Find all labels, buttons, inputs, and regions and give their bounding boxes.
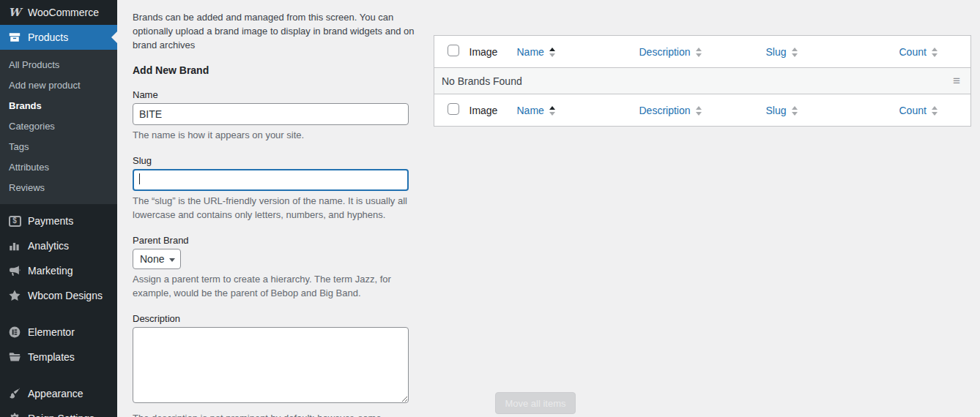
select-all-checkbox[interactable] [448,103,459,115]
megaphone-icon [7,263,22,278]
sidebar-item-label: Templates [28,351,75,363]
name-help: The name is how it appears on your site. [133,128,409,142]
sort-icons [696,106,702,116]
menu-separator [0,369,117,381]
sidebar-item-brands[interactable]: Brands [0,96,117,116]
column-footer-image: Image [469,105,498,116]
empty-message: No Brands Found [442,75,522,87]
selected-option: None [140,253,164,265]
sidebar-item-templates[interactable]: Templates [0,345,117,369]
sidebar-item-add-new-product[interactable]: Add new product [0,75,117,96]
column-footer-name[interactable]: Name [510,94,632,127]
parent-brand-label: Parent Brand [133,234,409,247]
slug-label: Slug [133,154,409,167]
sidebar-item-analytics[interactable]: Analytics [0,233,117,258]
brand-description-textarea[interactable] [133,327,409,403]
sidebar-item-label: Payments [28,215,73,227]
sidebar-item-label: Wbcom Designs [28,290,103,301]
sort-icons [549,106,555,116]
column-header-name[interactable]: Name [510,36,632,68]
sidebar-item-elementor[interactable]: Elementor [0,320,117,345]
sort-icons [549,48,555,57]
table-footer-row: Image Name Description Slug Count [434,94,971,127]
add-brand-form: Brands can be added and managed from thi… [133,0,409,417]
parent-brand-select[interactable]: None [133,249,181,269]
name-label: Name [133,89,409,101]
parent-help: Assign a parent term to create a hierarc… [133,272,409,300]
sort-icons [792,48,798,57]
gear-icon [7,411,22,417]
column-header-image: Image [469,46,498,58]
sidebar-item-appearance[interactable]: Appearance [0,381,117,406]
woocommerce-logo-icon: W [7,5,22,20]
sidebar-item-categories[interactable]: Categories [0,116,117,137]
sidebar-item-marketing[interactable]: Marketing [0,258,117,283]
admin-sidebar: W WooCommerce Products All Products Add … [0,0,117,417]
column-header-description[interactable]: Description [632,36,759,68]
menu-separator [0,308,117,320]
sidebar-item-products[interactable]: Products [0,25,117,50]
chevron-down-icon [169,258,175,262]
text-caret [139,173,140,184]
sidebar-item-label: Reign Settings [28,413,94,417]
paintbrush-icon [7,386,22,401]
analytics-chart-icon [7,238,22,253]
products-box-icon [7,30,22,45]
sidebar-item-tags[interactable]: Tags [0,137,117,157]
brand-name-input[interactable] [133,103,409,125]
elementor-icon [7,325,22,339]
sort-icons [792,106,798,116]
slug-help: The “slug” is the URL-friendly version o… [133,194,409,222]
sort-icons [932,48,938,57]
rows-handle-icon[interactable] [953,75,963,87]
sidebar-item-label: WooCommerce [28,7,99,18]
sidebar-item-reign-settings[interactable]: Reign Settings [0,406,117,417]
payments-icon: $ [7,214,22,228]
star-icon [7,288,22,303]
sidebar-item-payments[interactable]: $ Payments [0,209,117,233]
products-submenu: All Products Add new product Brands Cate… [0,50,117,204]
sidebar-item-label: Elementor [28,326,75,338]
column-footer-description[interactable]: Description [632,94,759,127]
brands-table: Image Name Description Slug Count No Bra… [434,35,971,127]
sidebar-item-all-products[interactable]: All Products [0,55,117,75]
sort-icons [932,106,938,116]
column-footer-slug[interactable]: Slug [759,94,892,127]
brand-slug-input[interactable] [133,169,409,191]
description-label: Description [133,312,409,325]
sort-icons [696,48,702,57]
content-area: Brands can be added and managed from thi… [117,0,980,417]
folder-icon [7,350,22,364]
column-header-slug[interactable]: Slug [759,36,892,68]
screen-description: Brands can be added and managed from thi… [133,10,422,52]
sidebar-item-label: Analytics [28,240,69,252]
sidebar-item-reviews[interactable]: Reviews [0,178,117,198]
sidebar-item-wbcom-designs[interactable]: Wbcom Designs [0,283,117,308]
form-heading: Add New Brand [133,64,409,76]
empty-table-row: No Brands Found [434,68,971,94]
sidebar-item-woocommerce[interactable]: W WooCommerce [0,0,117,25]
disabled-floating-button[interactable]: Move all items [495,392,576,414]
table-header-row: Image Name Description Slug Count [434,36,971,68]
sidebar-item-label: Marketing [28,265,73,277]
description-help: The description is not prominent by defa… [133,411,409,417]
sidebar-item-label: Products [28,31,68,43]
select-all-checkbox[interactable] [448,45,459,56]
column-footer-count[interactable]: Count [892,94,971,127]
sidebar-item-label: Appearance [28,388,83,399]
column-header-count[interactable]: Count [892,36,971,68]
sidebar-item-attributes[interactable]: Attributes [0,157,117,178]
